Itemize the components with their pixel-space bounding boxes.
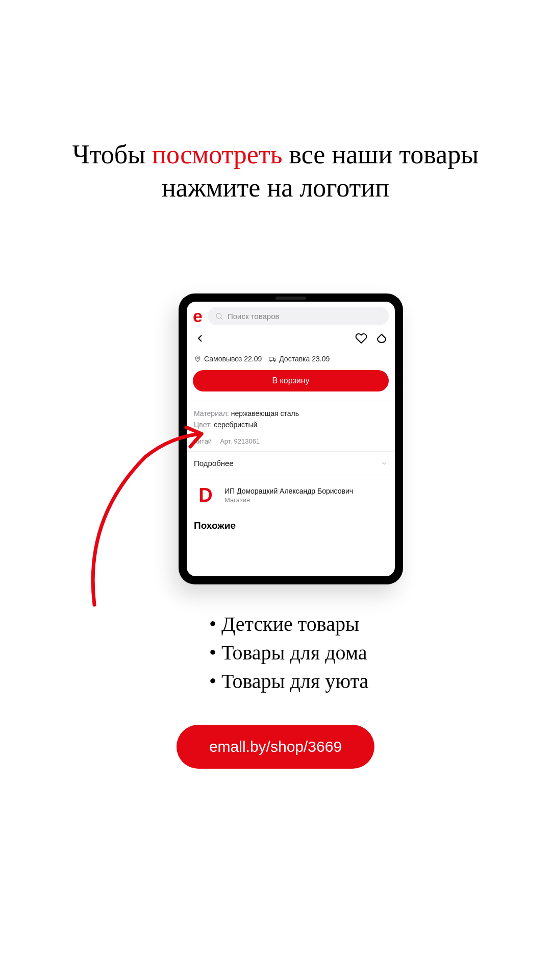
delivery-row: Самовывоз 22.09 Доставка 23.09 xyxy=(187,348,395,368)
delivery-label: Доставка 23.09 xyxy=(279,355,330,363)
bullet-item-2: Товары для дома xyxy=(209,639,368,667)
chevron-down-icon xyxy=(381,460,388,467)
cart-button-label: В корзину xyxy=(272,376,309,385)
delivery-info: Доставка 23.09 xyxy=(269,355,330,363)
spec-color-value: серебристый xyxy=(214,421,257,429)
back-button[interactable] xyxy=(194,332,206,347)
chevron-left-icon xyxy=(194,332,206,345)
svg-point-4 xyxy=(270,360,272,362)
svg-point-5 xyxy=(274,360,276,362)
shop-subtitle: Магазин xyxy=(224,496,353,504)
shop-name: ИП Доморацкий Александр Борисович xyxy=(224,487,353,495)
arrow-annotation xyxy=(79,426,212,610)
heading-part2: все наши товары xyxy=(282,140,479,169)
article-label: Арт. 9213061 xyxy=(220,437,260,445)
svg-point-0 xyxy=(216,313,221,318)
nav-row xyxy=(187,329,395,348)
spec-material-value: нержавеющая сталь xyxy=(231,409,299,418)
search-input[interactable]: Поиск товаров xyxy=(208,307,389,325)
truck-icon xyxy=(269,355,277,363)
spec-material-label: Материал: xyxy=(194,409,229,418)
more-details-row[interactable]: Подробнее xyxy=(187,451,395,475)
svg-point-2 xyxy=(197,357,198,359)
page-heading: Чтобы посмотреть все наши товары нажмите… xyxy=(0,138,551,204)
heading-accent: посмотреть xyxy=(152,140,282,169)
location-icon xyxy=(194,355,202,363)
svg-rect-3 xyxy=(269,357,273,360)
shop-text: ИП Доморацкий Александр Борисович Магази… xyxy=(224,487,353,504)
favorite-button[interactable] xyxy=(355,332,367,347)
top-bar: e Поиск товаров xyxy=(187,302,395,329)
svg-line-1 xyxy=(220,317,222,320)
cta-url: emall.by/shop/3669 xyxy=(209,738,342,755)
app-screen: e Поиск товаров Самовывоз 22 xyxy=(187,302,395,576)
share-button[interactable] xyxy=(375,332,388,347)
cta-pill[interactable]: emall.by/shop/3669 xyxy=(177,725,374,769)
heart-icon xyxy=(355,332,367,345)
bullet-item-3: Товары для уюта xyxy=(209,667,368,696)
product-meta: Китай Арт. 9213061 xyxy=(187,434,395,451)
bullet-item-1: Детские товары xyxy=(209,610,368,639)
pickup-info: Самовывоз 22.09 xyxy=(194,355,262,363)
search-placeholder: Поиск товаров xyxy=(228,312,280,321)
heading-part1: Чтобы xyxy=(72,140,152,169)
shop-block[interactable]: D ИП Доморацкий Александр Борисович Мага… xyxy=(187,475,395,512)
add-to-cart-button[interactable]: В корзину xyxy=(193,370,389,391)
heading-line2: нажмите на логотип xyxy=(162,173,389,202)
tablet-frame: e Поиск товаров Самовывоз 22 xyxy=(179,293,403,584)
app-logo[interactable]: e xyxy=(193,307,203,325)
bullet-list: Детские товары Товары для дома Товары дл… xyxy=(209,610,368,696)
search-icon xyxy=(215,312,223,321)
pickup-label: Самовывоз 22.09 xyxy=(204,355,262,363)
share-icon xyxy=(375,332,388,345)
tablet-camera xyxy=(276,297,306,300)
similar-heading: Похожие xyxy=(187,512,395,531)
product-specs: Материал: нержавеющая сталь Цвет: серебр… xyxy=(187,401,395,434)
